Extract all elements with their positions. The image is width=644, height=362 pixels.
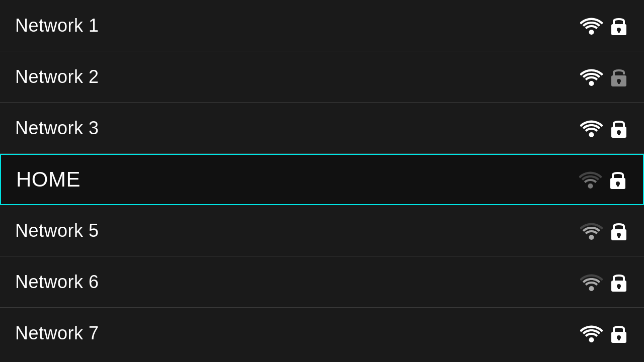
lock-icon [609, 322, 629, 345]
network-icons [580, 322, 629, 345]
wifi-icon [580, 272, 603, 292]
network-icons [580, 14, 629, 37]
network-item-network-5[interactable]: Network 5 [0, 205, 644, 256]
network-list: Network 1 Network 2 Network 3 [0, 0, 644, 362]
svg-point-8 [589, 132, 594, 137]
svg-rect-15 [617, 184, 619, 187]
svg-point-24 [589, 337, 594, 342]
svg-rect-19 [618, 235, 620, 238]
wifi-icon [580, 67, 603, 87]
svg-rect-27 [618, 337, 620, 340]
lock-icon [609, 270, 629, 293]
network-name: Network 3 [15, 118, 99, 139]
svg-point-0 [589, 30, 594, 35]
network-name: Network 6 [15, 272, 99, 293]
svg-rect-23 [618, 286, 620, 289]
network-item-network-3[interactable]: Network 3 [0, 103, 644, 154]
svg-point-4 [589, 81, 594, 86]
lock-icon [609, 65, 629, 88]
network-icons [579, 168, 628, 191]
svg-rect-7 [618, 81, 620, 84]
wifi-icon [580, 118, 603, 138]
network-item-network-2[interactable]: Network 2 [0, 51, 644, 103]
network-name: Network 1 [15, 15, 99, 36]
lock-icon [609, 117, 629, 139]
svg-rect-3 [618, 30, 620, 33]
lock-icon [609, 14, 629, 37]
lock-icon [609, 219, 629, 242]
network-icons [580, 219, 629, 242]
network-item-network-1[interactable]: Network 1 [0, 0, 644, 51]
wifi-icon [579, 169, 602, 190]
network-name: HOME [16, 167, 80, 192]
network-name: Network 5 [15, 220, 99, 241]
wifi-icon [580, 221, 603, 241]
svg-point-16 [589, 235, 594, 240]
network-icons [580, 117, 629, 139]
lock-icon [608, 168, 628, 191]
svg-point-20 [589, 286, 594, 291]
network-item-network-7[interactable]: Network 7 [0, 308, 644, 359]
network-icons [580, 270, 629, 293]
network-item-network-6[interactable]: Network 6 [0, 256, 644, 308]
network-name: Network 7 [15, 323, 99, 344]
svg-rect-11 [618, 132, 620, 135]
network-icons [580, 65, 629, 88]
wifi-icon [580, 16, 603, 36]
wifi-icon [580, 323, 603, 343]
network-item-network-home[interactable]: HOME [0, 154, 644, 205]
svg-point-12 [588, 184, 593, 189]
network-name: Network 2 [15, 66, 99, 87]
